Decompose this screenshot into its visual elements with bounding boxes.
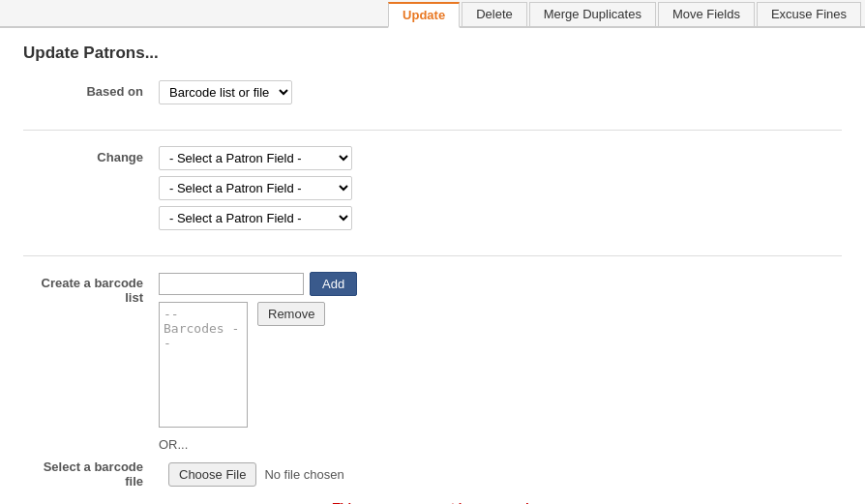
- barcode-list-container: -- Barcodes -- Remove: [159, 302, 357, 428]
- based-on-section: Based on Barcode list or file: [23, 80, 842, 131]
- change-label: Change: [23, 146, 159, 164]
- tab-merge-duplicates[interactable]: Merge Duplicates: [529, 2, 656, 26]
- choose-file-button[interactable]: Choose File: [168, 462, 256, 487]
- remove-button[interactable]: Remove: [257, 302, 325, 326]
- barcode-input[interactable]: [159, 273, 304, 295]
- or-text: OR...: [159, 437, 188, 452]
- warning-text: This process cannot be reversed.: [23, 500, 842, 504]
- or-row: OR...: [23, 437, 842, 452]
- page-title: Update Patrons...: [23, 44, 842, 63]
- change-section: Change - Select a Patron Field - - Selec…: [23, 146, 842, 256]
- patron-field-select-3[interactable]: - Select a Patron Field -: [159, 206, 352, 230]
- based-on-row: Based on Barcode list or file: [23, 80, 842, 104]
- based-on-controls: Barcode list or file: [159, 80, 292, 104]
- barcode-file-label: Select a barcode file: [23, 460, 159, 489]
- barcode-list-textarea[interactable]: -- Barcodes --: [159, 302, 248, 428]
- tab-move-fields[interactable]: Move Fields: [658, 2, 755, 26]
- create-barcode-row: Create a barcode list Add -- Barcodes --…: [23, 272, 842, 428]
- patron-field-select-1[interactable]: - Select a Patron Field -: [159, 146, 352, 170]
- patron-field-select-2[interactable]: - Select a Patron Field -: [159, 176, 352, 200]
- based-on-select[interactable]: Barcode list or file: [159, 80, 292, 104]
- patron-field-controls: - Select a Patron Field - - Select a Pat…: [159, 146, 352, 230]
- tab-delete[interactable]: Delete: [462, 2, 527, 26]
- based-on-label: Based on: [23, 80, 159, 99]
- barcode-input-group: Add -- Barcodes -- Remove: [159, 272, 357, 428]
- no-file-text: No file chosen: [264, 467, 343, 482]
- barcode-file-row: Select a barcode file Choose File No fil…: [23, 460, 842, 489]
- tab-bar: Update Delete Merge Duplicates Move Fiel…: [0, 0, 865, 28]
- file-input-wrapper: Choose File No file chosen: [168, 462, 344, 487]
- tab-update[interactable]: Update: [388, 2, 460, 28]
- tab-excuse-fines[interactable]: Excuse Fines: [757, 2, 861, 26]
- barcode-section: Create a barcode list Add -- Barcodes --…: [23, 272, 842, 504]
- page-content: Update Patrons... Based on Barcode list …: [0, 28, 865, 504]
- barcode-add-group: Add: [159, 272, 357, 296]
- change-row: Change - Select a Patron Field - - Selec…: [23, 146, 842, 230]
- create-barcode-label: Create a barcode list: [23, 272, 159, 305]
- add-button[interactable]: Add: [310, 272, 357, 296]
